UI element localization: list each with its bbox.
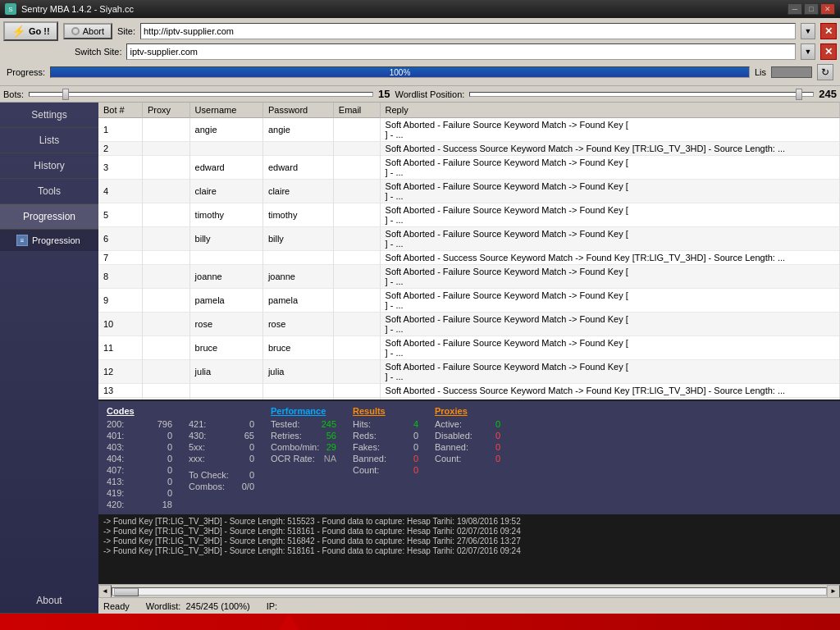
abort-button[interactable]: Abort [63,23,112,39]
site-label: Site: [117,26,135,36]
results-column: Results Hits:4 Reds:0 Fakes:0 Banned:0 C… [353,406,418,509]
bots-slider[interactable] [29,92,373,97]
scroll-track[interactable] [112,587,827,596]
arrow-indicator [279,614,299,630]
table-row: 5 timothy timothy Soft Aborted - Failure… [98,203,840,227]
log-line: -> Found Key [TR:LIG_TV_3HD] - Source Le… [103,536,835,546]
log-line: -> Found Key [TR:LIG_TV_3HD] - Source Le… [103,517,835,526]
table-row: 10 rose rose Soft Aborted - Failure Sour… [98,313,840,336]
table-row: 6 billy billy Soft Aborted - Failure Sou… [98,227,840,251]
switch-site-label: Switch Site: [75,47,121,57]
col-reply: Reply [380,103,839,118]
table-row: 1 angie angie Soft Aborted - Failure Sou… [98,118,840,142]
table-row: 12 julia julia Soft Aborted - Failure So… [98,360,840,384]
status-bar: Ready Wordlist: 245/245 (100%) IP: [98,597,840,614]
performance-header[interactable]: Performance [271,406,336,416]
bots-label: Bots: [3,89,24,99]
progress-bar-container: 100% [50,66,750,78]
table-row: 4 claire claire Soft Aborted - Failure S… [98,180,840,203]
log-area[interactable]: -> Found Key [TR:LIG_TV_3HD] - Source Le… [98,514,840,584]
switch-clear-button[interactable]: ✕ [820,43,837,60]
proxies-column: Proxies Active:0 Disabled:0 Banned:0 Cou… [435,406,500,509]
ready-label: Ready [103,601,130,611]
sidebar-item-history[interactable]: History [0,153,98,179]
horizontal-scrollbar[interactable]: ◄ ► [98,584,840,597]
ip-label: IP: [267,601,277,611]
table-row: 7 Soft Aborted - Success Source Keyword … [98,251,840,265]
col-proxy: Proxy [143,103,190,118]
wordlist-status-value: 245/245 (100%) [185,601,249,611]
sidebar: Settings Lists History Tools Progression… [0,103,98,614]
sidebar-bottom: About [0,588,98,614]
table-row: 8 joanne joanne Soft Aborted - Failure S… [98,265,840,289]
app-title: Sentry MBA 1.4.2 - Siyah.cc [21,4,786,14]
table-row: 9 pamela pamela Soft Aborted - Failure S… [98,289,840,313]
scroll-right-button[interactable]: ► [827,585,840,598]
col-bot: Bot # [98,103,143,118]
title-bar: S Sentry MBA 1.4.2 - Siyah.cc ─ □ ✕ [0,0,840,18]
wordlist-status-label: Wordlist: [146,601,181,611]
sidebar-item-tools[interactable]: Tools [0,179,98,204]
stats-panel: Codes 200:796 401:0 403:0 404:0 407:0 41… [98,399,840,584]
bots-row: Bots: 15 Wordlist Position: 245 [0,86,840,103]
results-table: Bot # Proxy Username Password Email Repl… [98,103,840,399]
sidebar-item-progression[interactable]: Progression [0,204,98,230]
scroll-left-button[interactable]: ◄ [98,585,112,598]
lis-bar [771,66,812,78]
site-dropdown-button[interactable]: ▼ [801,23,815,39]
main-content: Bot # Proxy Username Password Email Repl… [98,103,840,614]
app-icon: S [5,3,16,15]
sidebar-item-about[interactable]: About [0,588,98,614]
table-row: 3 edward edward Soft Aborted - Failure S… [98,156,840,180]
table-area[interactable]: Bot # Proxy Username Password Email Repl… [98,103,840,399]
sidebar-item-settings[interactable]: Settings [0,103,98,128]
maximize-button[interactable]: □ [804,3,819,15]
site-clear-button[interactable]: ✕ [820,23,837,39]
wordlist-value: 245 [819,88,837,100]
refresh-button[interactable]: ↻ [817,64,833,80]
close-button[interactable]: ✕ [820,3,835,15]
red-bottom-bar [0,614,840,630]
table-row: 11 bruce bruce Soft Aborted - Failure So… [98,336,840,360]
results-header[interactable]: Results [353,406,418,416]
progression-submenu-icon: ≡ [16,235,28,246]
col-password: Password [262,103,333,118]
codes-header[interactable]: Codes [107,406,172,416]
wordlist-position-label: Wordlist Position: [395,89,465,99]
sidebar-item-lists[interactable]: Lists [0,128,98,153]
progress-label: Progress: [7,67,45,77]
switch-dropdown-button[interactable]: ▼ [801,43,815,60]
col-email: Email [333,103,380,118]
bots-value: 15 [378,88,390,100]
switch-site-input[interactable] [126,43,796,60]
sidebar-submenu-progression[interactable]: ≡ Progression [0,230,98,251]
proxies-header[interactable]: Proxies [435,406,500,416]
lis-label: Lis [755,67,766,77]
log-line: -> Found Key [TR:LIG_TV_3HD] - Source Le… [103,527,835,536]
table-row: 13 Soft Aborted - Success Source Keyword… [98,384,840,398]
progress-bar-fill: 100% [51,67,749,77]
table-row: 2 Soft Aborted - Success Source Keyword … [98,142,840,156]
codes2-column: - 421:0 430:65 5xx:0 xxx:0 To Check:0 Co… [189,406,254,509]
toolbar: ⚡ Go !! Abort Site: ▼ ✕ Switch Site: ▼ ✕… [0,18,840,86]
progress-row: Progress: 100% Lis ↻ [3,62,837,82]
performance-column: Performance Tested:245 Retries:56 Combo/… [271,406,336,509]
circle-icon [71,27,80,35]
site-url-input[interactable] [140,23,796,39]
codes-column: Codes 200:796 401:0 403:0 404:0 407:0 41… [107,406,172,509]
log-line: -> Found Key [TR:LIG_TV_3HD] - Source Le… [103,546,835,555]
wordlist-slider[interactable] [469,92,814,97]
minimize-button[interactable]: ─ [788,3,802,15]
scroll-thumb[interactable] [114,588,139,596]
lightning-icon: ⚡ [11,25,25,38]
col-username: Username [189,103,262,118]
go-button[interactable]: ⚡ Go !! [3,21,58,41]
